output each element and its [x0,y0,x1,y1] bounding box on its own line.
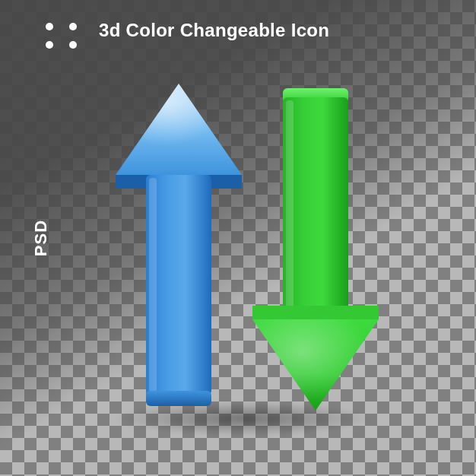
arrows-group [0,0,476,476]
svg-marker-11 [252,319,379,411]
page-title: 3d Color Changeable Icon [99,20,329,41]
format-label: PSD [31,220,51,256]
svg-rect-8 [286,100,294,315]
svg-rect-5 [146,391,211,406]
preview-stage: 3d Color Changeable Icon PSD [0,0,476,476]
dots-decoration [46,23,79,49]
dot-icon [46,23,53,30]
svg-rect-4 [149,178,157,392]
down-arrow-icon [251,84,380,411]
svg-marker-1 [116,84,242,175]
dot-icon [69,41,77,49]
dot-icon [69,23,77,30]
svg-marker-9 [252,306,379,319]
up-arrow-icon [114,84,243,411]
dot-icon [46,41,53,49]
